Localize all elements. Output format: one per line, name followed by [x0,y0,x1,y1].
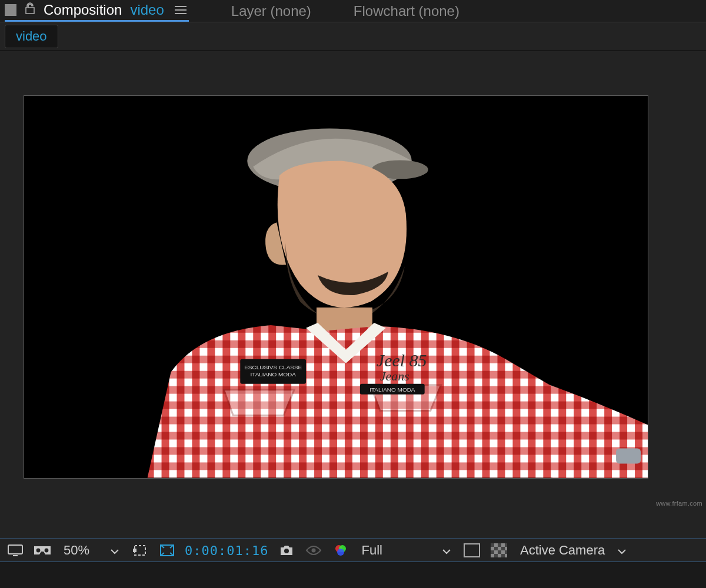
svg-text:Jeans: Jeans [380,369,409,383]
composition-indicator-icon [5,4,16,16]
svg-text:ESCLUSIVS CLASSE: ESCLUSIVS CLASSE [244,364,302,370]
panel-menu-icon[interactable] [175,6,187,14]
subtab-video[interactable]: video [5,25,58,48]
watermark: www.frfam.com [656,500,702,507]
svg-point-26 [337,549,344,556]
tab-composition[interactable]: Composition video [5,0,189,22]
current-timecode[interactable]: 0:00:01:16 [185,543,268,558]
channel-rgb-icon[interactable] [331,542,350,559]
svg-text:ITALIANO MODA: ITALIANO MODA [251,371,297,377]
view-select[interactable]: Active Camera [517,542,630,559]
composition-label: Composition [44,2,122,18]
chevron-down-icon [111,543,119,558]
svg-rect-15 [616,448,641,463]
composition-subtabs: video [0,22,706,51]
view-value: Active Camera [520,543,605,558]
svg-point-22 [284,549,289,553]
magnification-select[interactable]: 50% [60,542,122,559]
lock-icon[interactable] [25,2,35,18]
svg-point-23 [311,549,315,553]
viewer-controls: 50% 0:00:01:16 Full Active Camera [0,539,706,562]
composition-viewer[interactable]: ESCLUSIVS CLASSE ITALIANO MODA Jeel 85 J… [0,51,706,550]
composition-preview[interactable]: ESCLUSIVS CLASSE ITALIANO MODA Jeel 85 J… [24,96,648,478]
bottom-strip [0,562,706,588]
resolution-value: Full [362,543,382,558]
svg-point-18 [36,549,41,553]
composition-frame: ESCLUSIVS CLASSE ITALIANO MODA Jeel 85 J… [24,95,648,479]
magnification-value: 50% [64,543,89,558]
transparency-grid-icon[interactable] [489,542,508,559]
tab-flowchart[interactable]: Flowchart (none) [354,3,459,19]
frame-outline-icon[interactable] [462,542,481,559]
svg-rect-21 [133,549,136,552]
preview-eye-icon[interactable] [304,542,323,559]
svg-text:Jeel 85: Jeel 85 [377,350,427,370]
display-icon[interactable] [6,542,25,559]
snapshot-camera-icon[interactable] [277,542,296,559]
svg-text:ITALIANO MODA: ITALIANO MODA [369,386,415,393]
tab-layer[interactable]: Layer (none) [231,3,311,19]
svg-rect-16 [8,545,22,554]
title-action-safe-icon[interactable] [158,542,176,559]
svg-rect-17 [13,555,18,556]
chevron-down-icon [442,543,451,558]
chevron-down-icon [618,543,626,558]
vr-goggles-icon[interactable] [33,542,52,559]
svg-point-19 [45,549,49,553]
resolution-select[interactable]: Full [358,542,454,559]
region-of-interest-icon[interactable] [131,542,149,559]
panel-tabs: Composition video Layer (none) Flowchart… [0,0,706,22]
composition-name: video [130,2,164,18]
